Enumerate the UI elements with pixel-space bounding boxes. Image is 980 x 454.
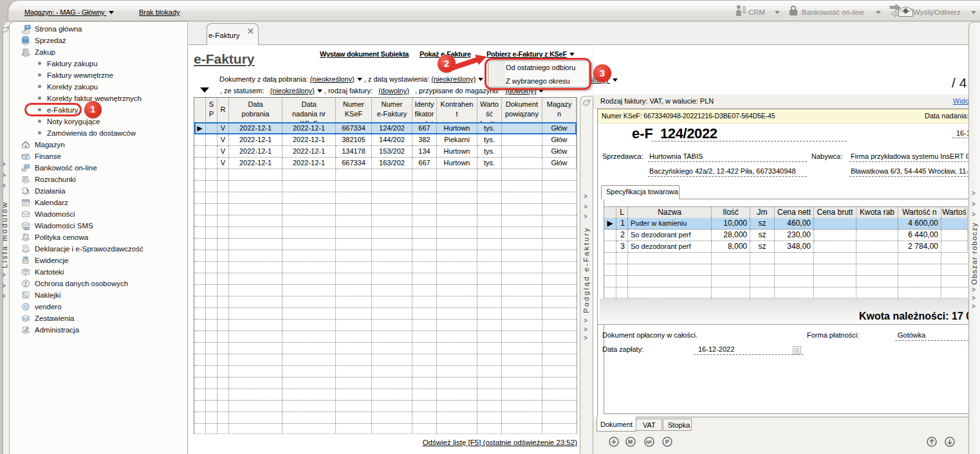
svg-text:SMS: SMS	[23, 228, 30, 231]
svg-text:M: M	[628, 439, 633, 445]
svg-text:P: P	[665, 439, 669, 445]
svg-text:NP: NP	[646, 440, 652, 444]
